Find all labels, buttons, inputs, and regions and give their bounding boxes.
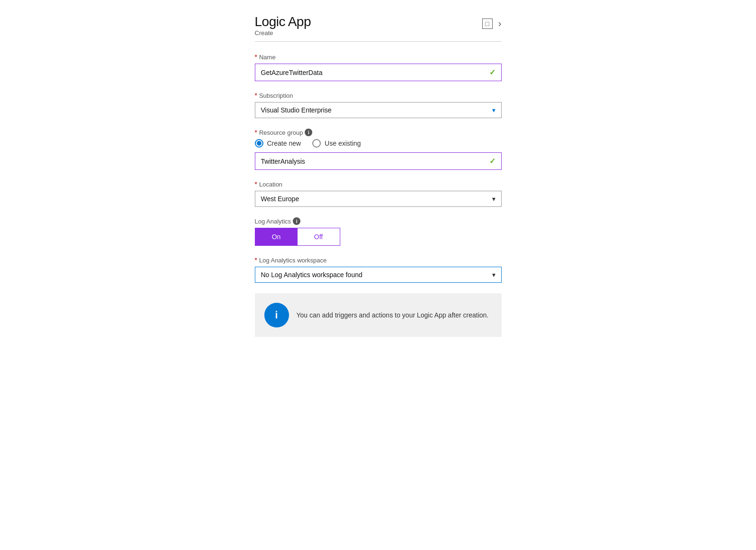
- square-icon[interactable]: □: [482, 19, 493, 29]
- log-analytics-workspace-dropdown[interactable]: No Log Analytics workspace found ▾: [255, 267, 502, 283]
- workspace-required-star: *: [255, 256, 257, 264]
- toggle-on-button[interactable]: On: [255, 228, 298, 245]
- name-valid-checkmark: ✓: [489, 68, 495, 77]
- log-analytics-info-icon[interactable]: i: [293, 217, 300, 225]
- resource-group-value: TwitterAnalysis: [261, 158, 305, 165]
- subscription-field-group: * Subscription Visual Studio Enterprise …: [255, 92, 502, 118]
- info-banner-text: You can add triggers and actions to your…: [297, 310, 489, 320]
- page-title: Logic App: [255, 14, 311, 29]
- use-existing-radio[interactable]: Use existing: [312, 139, 361, 148]
- name-input[interactable]: GetAzureTwitterData ✓: [255, 64, 502, 81]
- resource-group-field-group: * Resource group i Create new Use existi…: [255, 129, 502, 170]
- log-analytics-label: Log Analytics i: [255, 217, 502, 225]
- resource-group-valid-checkmark: ✓: [489, 157, 495, 166]
- subscription-label: * Subscription: [255, 92, 502, 99]
- page-subtitle: Create: [255, 29, 311, 37]
- log-analytics-workspace-label: * Log Analytics workspace: [255, 256, 502, 264]
- create-new-radio[interactable]: Create new: [255, 139, 301, 148]
- log-analytics-toggle[interactable]: On Off: [255, 228, 340, 246]
- workspace-dropdown-arrow: ▾: [492, 271, 495, 279]
- name-label: * Name: [255, 53, 502, 61]
- header-divider: [255, 41, 502, 42]
- name-field-group: * Name GetAzureTwitterData ✓: [255, 53, 502, 81]
- subscription-value: Visual Studio Enterprise: [261, 106, 332, 114]
- name-input-value: GetAzureTwitterData: [261, 69, 323, 76]
- chevron-right-icon[interactable]: ›: [498, 18, 502, 29]
- log-analytics-field-group: Log Analytics i On Off: [255, 217, 502, 246]
- resource-group-info-icon[interactable]: i: [305, 129, 312, 136]
- use-existing-radio-label: Use existing: [325, 140, 361, 147]
- location-field-group: * Location West Europe ▾: [255, 180, 502, 207]
- resource-group-label: * Resource group i: [255, 129, 502, 136]
- subscription-dropdown[interactable]: Visual Studio Enterprise ▾: [255, 102, 502, 118]
- name-required-star: *: [255, 53, 257, 61]
- subscription-required-star: *: [255, 92, 257, 99]
- create-new-radio-label: Create new: [267, 140, 301, 147]
- location-label: * Location: [255, 180, 502, 188]
- location-value: West Europe: [261, 195, 299, 203]
- use-existing-radio-circle[interactable]: [312, 139, 321, 148]
- workspace-value: No Log Analytics workspace found: [261, 271, 363, 279]
- toggle-off-button[interactable]: Off: [298, 228, 340, 245]
- location-dropdown-arrow: ▾: [492, 195, 495, 203]
- resource-group-input[interactable]: TwitterAnalysis ✓: [255, 152, 502, 170]
- location-required-star: *: [255, 180, 257, 188]
- info-banner-icon: i: [264, 303, 289, 327]
- create-new-radio-dot: [257, 141, 261, 146]
- subscription-dropdown-arrow: ▾: [492, 106, 495, 114]
- create-new-radio-circle[interactable]: [255, 139, 263, 148]
- info-banner: i You can add triggers and actions to yo…: [255, 293, 502, 337]
- resource-group-radio-group: Create new Use existing: [255, 139, 502, 148]
- location-dropdown[interactable]: West Europe ▾: [255, 191, 502, 207]
- resource-group-required-star: *: [255, 129, 257, 136]
- log-analytics-workspace-field-group: * Log Analytics workspace No Log Analyti…: [255, 256, 502, 283]
